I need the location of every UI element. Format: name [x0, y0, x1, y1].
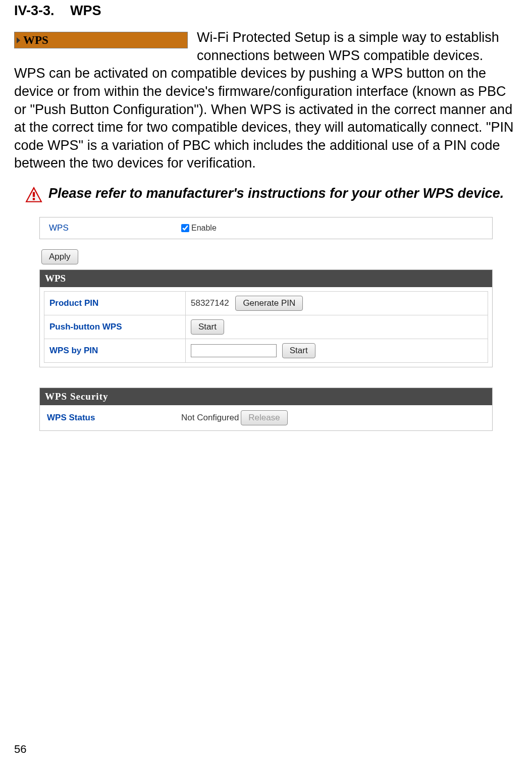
release-button[interactable]: Release — [241, 410, 287, 425]
warning-icon — [25, 187, 42, 204]
warning-text: Please refer to manufacturer's instructi… — [48, 185, 504, 202]
wps-enable-checkbox-label: Enable — [191, 224, 217, 233]
svg-rect-1 — [33, 192, 35, 197]
apply-button[interactable]: Apply — [41, 249, 78, 264]
wps-enable-checkbox[interactable] — [181, 224, 189, 232]
wps-by-pin-input[interactable] — [191, 344, 277, 357]
wps-security-panel: WPS Security WPS Status Not Configured R… — [39, 388, 493, 431]
push-button-wps-label: Push-button WPS — [44, 315, 186, 339]
product-pin-value: 58327142 — [191, 298, 229, 308]
wps-tab-graphic: WPS — [14, 32, 188, 48]
warning-block: Please refer to manufacturer's instructi… — [14, 185, 518, 204]
svg-rect-2 — [33, 198, 35, 200]
section-title: WPS — [70, 3, 101, 18]
wps-panel: WPS Product PIN 58327142 Generate PIN Pu… — [39, 269, 493, 367]
chevron-right-icon — [17, 37, 20, 43]
screenshot-area: WPS Enable Apply WPS Product PIN 5832714… — [14, 217, 518, 431]
wps-by-pin-start-button[interactable]: Start — [282, 343, 315, 358]
intro-paragraph: Wi-Fi Protected Setup is a simple way to… — [14, 29, 518, 173]
push-button-start-button[interactable]: Start — [191, 319, 224, 335]
table-row: Push-button WPS Start — [44, 315, 488, 339]
table-row: Product PIN 58327142 Generate PIN — [44, 292, 488, 315]
table-row: WPS by PIN Start — [44, 339, 488, 363]
section-number: IV-3-3. — [14, 3, 55, 19]
wps-enable-label: WPS — [40, 223, 181, 233]
generate-pin-button[interactable]: Generate PIN — [235, 296, 303, 311]
wps-panel-header: WPS — [40, 270, 492, 287]
wps-tab-label: WPS — [23, 34, 48, 47]
wps-status-value: Not Configured — [181, 413, 239, 423]
wps-by-pin-label: WPS by PIN — [44, 339, 186, 363]
product-pin-label: Product PIN — [44, 292, 186, 315]
wps-enable-panel: WPS Enable — [39, 217, 493, 239]
page-number: 56 — [14, 743, 26, 756]
wps-security-panel-header: WPS Security — [40, 388, 492, 405]
section-heading: IV-3-3. WPS — [14, 0, 518, 29]
wps-status-label: WPS Status — [47, 413, 181, 423]
